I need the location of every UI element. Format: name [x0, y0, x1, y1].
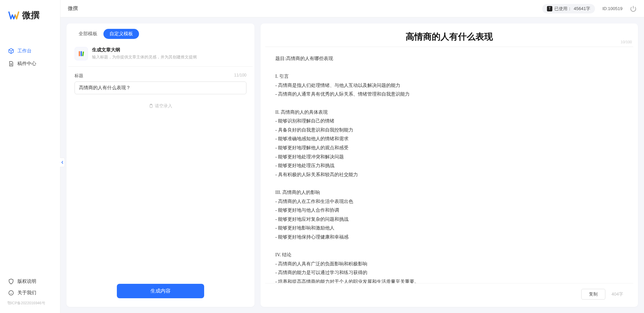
template-desc: 输入标题，为你提供文章主体的灵感，并为其创建推文提纲 — [92, 54, 246, 60]
brand-name: 微撰 — [22, 9, 40, 21]
title-input[interactable] — [75, 82, 246, 94]
main: 微撰 T 已使用： 45641字 ID:100519 全部模板 自定义模板 — [60, 0, 644, 313]
footer-label: 关于我们 — [17, 290, 36, 296]
usage-label: 已使用： — [554, 6, 572, 12]
clipboard-icon — [149, 104, 153, 108]
sidebar-nav: 工作台 稿件中心 — [0, 28, 60, 276]
shield-icon — [8, 278, 14, 284]
title-counter: 10/100 — [620, 40, 632, 44]
field-counter: 11/100 — [234, 73, 246, 79]
tab-all-templates[interactable]: 全部模板 — [73, 29, 103, 39]
cube-icon — [8, 48, 14, 54]
content-area: 全部模板 自定义模板 生成文章大纲 输入标题，为你提供文章主体的灵感，并为其创建… — [60, 17, 644, 313]
field-label-row: 标题 11/100 — [75, 73, 246, 79]
brand-logo: 微撰 — [0, 0, 60, 28]
icp-text: 鄂ICP备2022016946号 — [0, 299, 60, 308]
usage-value: 45641字 — [574, 6, 590, 12]
books-icon — [75, 47, 88, 60]
usage-pill[interactable]: T 已使用： 45641字 — [542, 4, 595, 13]
copy-button[interactable]: 复制 — [581, 289, 605, 300]
generate-button[interactable]: 生成内容 — [117, 284, 204, 298]
sidebar: 微撰 工作台 稿件中心 版权说明 — [0, 0, 60, 313]
template-card[interactable]: 生成文章大纲 输入标题，为你提供文章主体的灵感，并为其创建推文提纲 — [68, 43, 252, 67]
template-title: 生成文章大纲 — [92, 47, 246, 53]
info-icon — [8, 290, 14, 296]
empty-hint: 请空录入 — [75, 103, 246, 109]
app-name: 微撰 — [68, 5, 78, 12]
topbar: 微撰 T 已使用： 45641字 ID:100519 — [60, 0, 644, 17]
nav-item-drafts[interactable]: 稿件中心 — [0, 57, 60, 70]
logo-icon — [8, 10, 19, 21]
output-body[interactable]: 题目:高情商的人有哪些表现 I. 引言 - 高情商是指人们处理情绪、与他人互动以… — [261, 47, 638, 283]
footer-label: 版权说明 — [17, 278, 36, 284]
field-label: 标题 — [75, 73, 83, 79]
svg-rect-4 — [79, 51, 80, 56]
user-id: ID:100519 — [602, 6, 623, 11]
document-icon — [8, 61, 14, 67]
nav-label: 工作台 — [17, 48, 32, 54]
sidebar-footer: 版权说明 关于我们 鄂ICP备2022016946号 — [0, 276, 60, 313]
nav-label: 稿件中心 — [17, 61, 36, 67]
svg-rect-6 — [82, 51, 84, 56]
power-icon[interactable] — [630, 5, 637, 12]
footer-about[interactable]: 关于我们 — [0, 287, 60, 299]
tab-custom-templates[interactable]: 自定义模板 — [103, 29, 139, 39]
output-header: 高情商的人有什么表现 10/100 — [265, 23, 633, 47]
footer-copyright[interactable]: 版权说明 — [0, 276, 60, 287]
nav-item-workspace[interactable]: 工作台 — [0, 45, 60, 57]
template-tabs: 全部模板 自定义模板 — [66, 23, 255, 43]
output-footer: 复制 404字 — [265, 283, 633, 307]
svg-rect-5 — [81, 51, 82, 56]
sidebar-collapse-handle[interactable] — [60, 158, 65, 167]
output-title: 高情商的人有什么表现 — [275, 31, 623, 43]
form-section: 标题 11/100 请空录入 — [66, 67, 255, 279]
topbar-right: T 已使用： 45641字 ID:100519 — [542, 4, 637, 13]
right-panel: 高情商的人有什么表现 10/100 题目:高情商的人有哪些表现 I. 引言 - … — [261, 23, 638, 307]
text-badge-icon: T — [547, 6, 552, 11]
hint-text: 请空录入 — [155, 103, 172, 109]
word-count: 404字 — [611, 291, 623, 297]
left-panel: 全部模板 自定义模板 生成文章大纲 输入标题，为你提供文章主体的灵感，并为其创建… — [66, 23, 255, 307]
template-info: 生成文章大纲 输入标题，为你提供文章主体的灵感，并为其创建推文提纲 — [92, 47, 246, 60]
